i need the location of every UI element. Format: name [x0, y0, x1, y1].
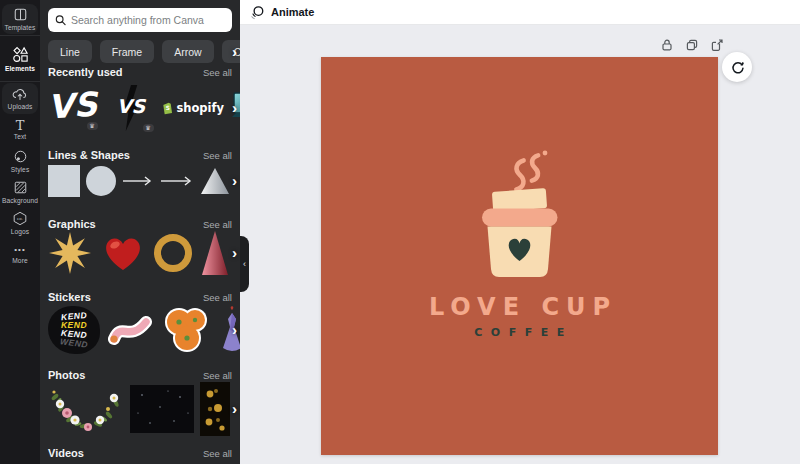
chip-arrow[interactable]: Arrow: [162, 40, 213, 63]
lock-icon[interactable]: [660, 38, 674, 52]
see-all-link[interactable]: See all: [203, 150, 232, 161]
rail-divider: [0, 81, 40, 82]
sidebar-item-elements[interactable]: Elements: [0, 37, 40, 80]
duplicate-icon[interactable]: [685, 38, 699, 52]
cone-graphic[interactable]: [202, 231, 228, 275]
shape-chips-row: Line Frame Arrow Circle Square ›: [40, 40, 240, 63]
elements-icon: [12, 46, 29, 63]
sidebar-item-text[interactable]: T Text: [0, 114, 40, 145]
chevron-right-icon[interactable]: ›: [230, 174, 239, 188]
photos-row: ›: [40, 381, 240, 437]
shopify-logo[interactable]: S shopify: [162, 84, 224, 132]
sidebar-item-more[interactable]: ••• More: [0, 238, 40, 269]
sidebar-item-label: Styles: [11, 166, 30, 173]
section-title: Recently used: [48, 66, 123, 78]
sidebar-item-label: Background: [2, 197, 38, 204]
floral-wreath-photo[interactable]: [48, 382, 124, 436]
editor-toolbar: Animate: [240, 0, 800, 25]
section-header-photos: Photos See all: [40, 369, 240, 381]
section-header-graphics: Graphics See all: [40, 218, 240, 230]
panel-collapse-handle[interactable]: ‹: [240, 236, 249, 292]
sidebar-item-label: Templates: [5, 24, 36, 31]
search-bar[interactable]: [48, 8, 232, 32]
refresh-icon: [730, 60, 745, 75]
short-arrow[interactable]: [122, 176, 154, 186]
squiggle-sticker[interactable]: [108, 309, 154, 351]
flower-sticker[interactable]: [162, 304, 212, 356]
sidebar-item-background[interactable]: Background: [0, 176, 40, 207]
text-icon: T: [16, 120, 25, 131]
vs-sticker[interactable]: VS ♛: [48, 84, 100, 132]
background-icon: [13, 180, 28, 195]
share-icon[interactable]: [710, 38, 724, 52]
elements-panel: Line Frame Arrow Circle Square › Recentl…: [40, 0, 240, 464]
see-all-link[interactable]: See all: [203, 219, 232, 230]
see-all-link[interactable]: See all: [203, 292, 232, 303]
section-header-recently-used: Recently used See all: [40, 66, 240, 78]
chevron-left-icon: ‹: [243, 259, 246, 269]
night-sky-photo[interactable]: [130, 385, 194, 433]
weekend-sticker[interactable]: KEND KEND KEND WEND: [48, 306, 100, 354]
long-arrow[interactable]: [160, 176, 194, 186]
svg-text:co.: co.: [17, 216, 23, 221]
sidebar-item-templates[interactable]: Templates: [2, 4, 38, 34]
canvas-area: LOVE CUP COFFEE: [240, 25, 800, 464]
see-all-link[interactable]: See all: [203, 448, 232, 459]
ring-graphic[interactable]: [154, 234, 192, 272]
see-all-link[interactable]: See all: [203, 67, 232, 78]
search-input[interactable]: [71, 14, 225, 26]
sidebar-item-label: More: [12, 257, 27, 264]
square-shape[interactable]: [48, 165, 80, 197]
chevron-right-icon[interactable]: ›: [230, 246, 239, 260]
design-title-text[interactable]: LOVE CUP: [321, 293, 718, 321]
svg-text:S: S: [166, 105, 170, 111]
starburst-graphic[interactable]: [48, 231, 92, 275]
shopify-bag-icon: S: [162, 98, 173, 118]
animate-icon: [250, 5, 265, 20]
chevron-right-icon[interactable]: ›: [230, 323, 239, 337]
sidebar-item-styles[interactable]: Styles: [0, 145, 40, 176]
page-controls: [660, 38, 724, 52]
section-title: Lines & Shapes: [48, 149, 130, 161]
design-subtitle-text[interactable]: COFFEE: [321, 326, 718, 339]
templates-icon: [13, 7, 28, 22]
sidebar-item-label: Elements: [5, 65, 35, 72]
lines-shapes-row: ›: [40, 163, 240, 199]
section-header-videos: Videos See all: [40, 447, 240, 459]
sidebar-item-label: Uploads: [8, 103, 33, 110]
animate-button[interactable]: Animate: [240, 0, 324, 24]
see-all-link[interactable]: See all: [203, 370, 232, 381]
chevron-right-icon[interactable]: ›: [230, 402, 239, 416]
section-title: Stickers: [48, 291, 91, 303]
section-title: Videos: [48, 447, 84, 459]
sidebar-rail: Templates Elements Uploads T Text Styles: [0, 0, 40, 464]
heart-graphic[interactable]: [102, 234, 144, 272]
chip-line[interactable]: Line: [48, 40, 92, 63]
chip-frame[interactable]: Frame: [100, 40, 154, 63]
stickers-row: KEND KEND KEND WEND ›: [40, 303, 240, 357]
steam-icon: [511, 154, 542, 191]
gold-flowers-photo[interactable]: [200, 382, 230, 436]
coffee-cup-illustration[interactable]: [321, 57, 718, 455]
design-page[interactable]: LOVE CUP COFFEE: [321, 57, 718, 455]
recently-used-row: VS ♛ VS ♛ S shopify ›: [40, 83, 240, 133]
triangle-shape[interactable]: [200, 167, 230, 195]
chevron-right-icon[interactable]: ›: [230, 45, 239, 59]
pro-crown-icon: ♛: [143, 124, 154, 132]
sidebar-item-logos[interactable]: co. Logos: [0, 207, 40, 238]
pro-crown-icon: ♛: [87, 122, 98, 130]
sidebar-item-label: Text: [14, 133, 27, 140]
more-icon: •••: [14, 244, 25, 255]
circle-shape[interactable]: [86, 166, 116, 196]
uploads-icon: [12, 87, 28, 101]
section-title: Graphics: [48, 218, 96, 230]
chevron-right-icon[interactable]: ›: [230, 101, 239, 115]
refresh-button[interactable]: [722, 52, 752, 82]
logos-icon: co.: [12, 211, 28, 226]
graphics-row: ›: [40, 230, 240, 276]
vs-lightning-sticker[interactable]: VS ♛: [108, 84, 154, 132]
section-header-lines-shapes: Lines & Shapes See all: [40, 149, 240, 161]
sidebar-item-uploads[interactable]: Uploads: [2, 83, 38, 114]
styles-icon: [13, 149, 28, 164]
rail-divider: [0, 35, 40, 36]
